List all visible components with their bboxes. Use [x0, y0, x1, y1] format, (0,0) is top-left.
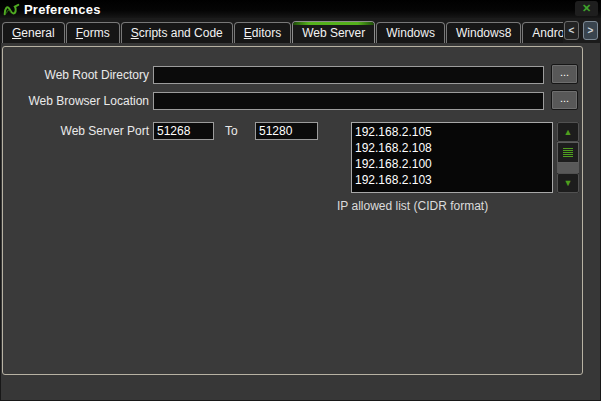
list-item[interactable]: 192.168.2.103: [355, 172, 552, 188]
web-root-browse-button[interactable]: ...: [551, 64, 578, 84]
app-logo-icon: [3, 3, 20, 17]
tab-forms[interactable]: Forms: [66, 22, 120, 43]
web-browser-location-input[interactable]: [153, 92, 544, 110]
web-browser-browse-button[interactable]: ...: [551, 90, 578, 110]
ip-allowed-listbox[interactable]: 192.168.2.105 192.168.2.108 192.168.2.10…: [351, 122, 553, 193]
tab-android[interactable]: Android: [522, 22, 563, 43]
scrollbar-thumb[interactable]: [557, 142, 579, 163]
tab-list: General Forms Scripts and Code Editors W…: [2, 21, 563, 43]
web-root-directory-input[interactable]: [153, 66, 544, 84]
tab-scripts-and-code[interactable]: Scripts and Code: [121, 22, 233, 43]
web-server-port-label: Web Server Port: [3, 124, 149, 138]
scrollbar-track[interactable]: [557, 163, 579, 173]
ip-allowed-list-caption: IP allowed list (CIDR format): [337, 199, 488, 213]
port-to-input[interactable]: [255, 122, 318, 140]
scroll-down-icon[interactable]: ▼: [557, 173, 579, 193]
web-server-tab-panel: Web Root Directory ... Web Browser Locat…: [2, 46, 583, 375]
tab-strip: General Forms Scripts and Code Editors W…: [0, 18, 601, 43]
close-icon[interactable]: ✕: [575, 1, 598, 16]
tab-general[interactable]: General: [2, 22, 65, 43]
list-item[interactable]: 192.168.2.108: [355, 140, 552, 156]
tab-windows8[interactable]: Windows8: [446, 22, 521, 43]
title-bar[interactable]: Preferences ✕: [0, 0, 601, 18]
tab-web-server[interactable]: Web Server: [292, 21, 375, 43]
port-from-input[interactable]: [153, 122, 214, 140]
list-scrollbar: ▲ ▼: [557, 122, 579, 193]
scroll-up-icon[interactable]: ▲: [557, 122, 579, 142]
web-root-directory-label: Web Root Directory: [3, 68, 149, 82]
thumb-grip-icon: [563, 148, 573, 157]
tab-windows[interactable]: Windows: [376, 22, 445, 43]
port-to-label: To: [225, 124, 238, 138]
tab-scroll-buttons: < >: [564, 21, 598, 40]
preferences-window: Preferences ✕ General Forms Scripts and …: [0, 0, 601, 401]
tab-editors[interactable]: Editors: [234, 22, 291, 43]
list-item[interactable]: 192.168.2.100: [355, 156, 552, 172]
list-item[interactable]: 192.168.2.105: [355, 124, 552, 140]
window-title: Preferences: [24, 2, 101, 17]
tab-scroll-right-icon[interactable]: >: [583, 21, 598, 40]
web-browser-location-label: Web Browser Location: [3, 94, 149, 108]
tab-scroll-left-icon[interactable]: <: [564, 21, 579, 40]
